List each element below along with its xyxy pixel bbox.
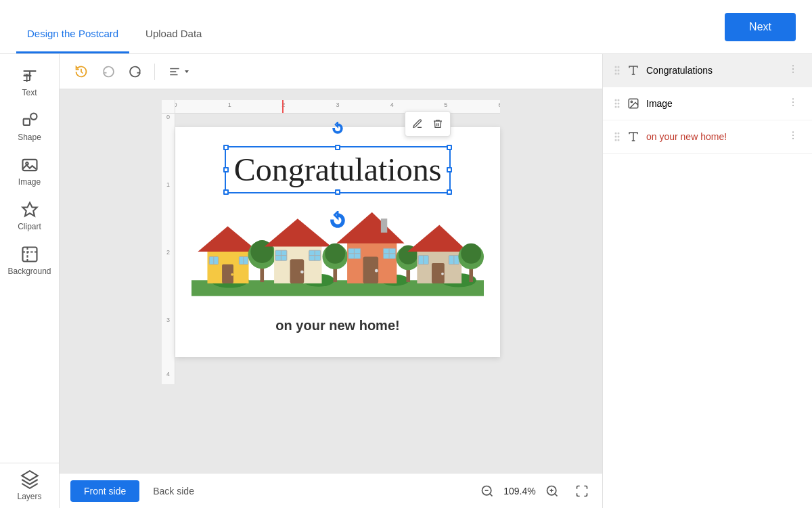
undo-btn[interactable]	[97, 61, 119, 83]
image-rotate-handle[interactable]	[328, 211, 347, 233]
svg-point-78	[792, 65, 794, 66]
tabs: Design the Postcard Upload Data	[16, 0, 218, 53]
svg-point-92	[615, 133, 617, 135]
zoom-level: 109.4%	[502, 486, 537, 497]
next-button[interactable]: Next	[725, 13, 796, 41]
svg-marker-55	[407, 225, 468, 251]
sidebar-item-background[interactable]: Background	[0, 238, 59, 283]
layer-text-icon-1	[627, 64, 639, 76]
handle-mr[interactable]	[447, 167, 452, 172]
handle-tr[interactable]	[447, 145, 452, 150]
tab-design[interactable]: Design the Postcard	[16, 28, 129, 53]
toolbar-divider	[154, 64, 155, 80]
svg-marker-17	[198, 226, 258, 252]
svg-point-57	[441, 273, 444, 275]
sidebar-item-image[interactable]: Image	[0, 149, 59, 193]
svg-line-69	[555, 493, 558, 496]
layer-label-congratulations: Congratulations	[646, 65, 778, 76]
canvas-container: 0 1 2 3 4 5 6 0 1	[162, 100, 500, 357]
canvas-wrapper[interactable]: 0 1 2 3 4 5 6 0 1	[60, 89, 602, 473]
layer-label-image: Image	[646, 98, 778, 109]
undo-icon	[102, 65, 115, 78]
right-panel: Congratulations	[602, 54, 812, 508]
svg-point-77	[618, 73, 620, 75]
layer-text-icon-2	[627, 131, 639, 143]
more-icon-2	[788, 97, 798, 108]
trash-icon	[432, 118, 443, 129]
history-btn[interactable]	[70, 61, 92, 83]
svg-point-98	[792, 131, 794, 133]
svg-marker-28	[265, 218, 332, 246]
canvas-area: 0 1 2 3 4 5 6 0 1	[60, 54, 602, 508]
text-icon: T	[20, 66, 39, 85]
selection-box: Congratulations	[225, 146, 451, 193]
align-button[interactable]	[163, 62, 196, 82]
handle-bc[interactable]	[335, 189, 340, 195]
svg-point-90	[792, 101, 794, 103]
text-layer-icon-2	[627, 131, 639, 143]
svg-point-44	[375, 269, 378, 272]
zoom-out-icon	[480, 484, 494, 498]
zoom-out-button[interactable]	[478, 482, 497, 501]
svg-point-96	[615, 139, 617, 141]
sidebar-item-clipart[interactable]: Clipart	[0, 193, 59, 238]
back-side-button[interactable]: Back side	[139, 480, 208, 502]
tab-upload[interactable]: Upload Data	[135, 28, 212, 53]
handle-tl[interactable]	[223, 145, 229, 150]
redo-btn[interactable]	[125, 61, 146, 83]
background-icon	[20, 245, 39, 264]
drag-handle-subtext[interactable]	[614, 131, 621, 142]
delete-button[interactable]	[428, 114, 447, 133]
ruler-vertical: 0 1 2 3 4	[162, 114, 175, 384]
sidebar-clipart-label: Clipart	[18, 222, 41, 231]
svg-point-39	[325, 243, 345, 263]
selected-congratulations[interactable]: Congratulations	[225, 141, 451, 193]
drag-handle-image[interactable]	[614, 98, 621, 109]
postcard[interactable]: Congratulations	[175, 127, 500, 357]
header: Design the Postcard Upload Data Next	[0, 0, 812, 54]
drag-handle-congratulations[interactable]	[614, 65, 621, 76]
layer-more-image[interactable]	[785, 95, 801, 112]
edit-button[interactable]	[408, 114, 427, 133]
sidebar-item-shape[interactable]: Shape	[0, 104, 59, 149]
svg-point-88	[631, 101, 632, 102]
svg-marker-6	[22, 203, 37, 216]
image-layer-icon	[627, 97, 639, 110]
layer-item-congratulations[interactable]: Congratulations	[603, 54, 812, 87]
handle-br[interactable]	[447, 189, 452, 195]
front-side-button[interactable]: Front side	[70, 480, 139, 502]
sidebar-item-text[interactable]: T Text	[0, 60, 59, 104]
redo-icon	[129, 65, 142, 78]
layer-item-image[interactable]: Image	[603, 87, 812, 120]
svg-point-80	[792, 72, 794, 73]
pencil-icon	[412, 118, 423, 129]
shape-icon	[20, 111, 39, 130]
fullscreen-button[interactable]	[572, 482, 591, 501]
sidebar-image-label: Image	[18, 177, 41, 187]
handle-ml[interactable]	[223, 167, 229, 172]
fullscreen-icon	[575, 484, 589, 498]
svg-point-72	[615, 66, 617, 68]
layer-more-congratulations[interactable]	[785, 62, 801, 78]
handle-tc[interactable]	[335, 145, 340, 150]
sidebar-shape-label: Shape	[18, 133, 41, 142]
zoom-in-icon	[545, 484, 559, 498]
chevron-down-icon	[183, 68, 190, 75]
bottom-bar: Front side Back side 109.4%	[60, 473, 602, 508]
svg-rect-2	[23, 119, 29, 125]
layer-item-subtext[interactable]: on your new home!	[603, 120, 812, 154]
history-icon	[74, 65, 88, 78]
handle-bl[interactable]	[223, 189, 229, 195]
svg-point-99	[792, 135, 794, 136]
svg-point-94	[615, 136, 617, 138]
svg-point-73	[618, 66, 620, 68]
drag-dots-icon	[614, 65, 621, 76]
drag-dots-icon-2	[614, 98, 621, 109]
sidebar-item-layers[interactable]: Layers	[0, 463, 59, 508]
layer-more-subtext[interactable]	[785, 129, 801, 145]
rotate-handle[interactable]	[331, 122, 344, 135]
svg-point-84	[618, 103, 620, 105]
zoom-in-button[interactable]	[543, 482, 562, 501]
zoom-controls: 109.4%	[478, 482, 591, 501]
image-icon	[20, 156, 39, 175]
